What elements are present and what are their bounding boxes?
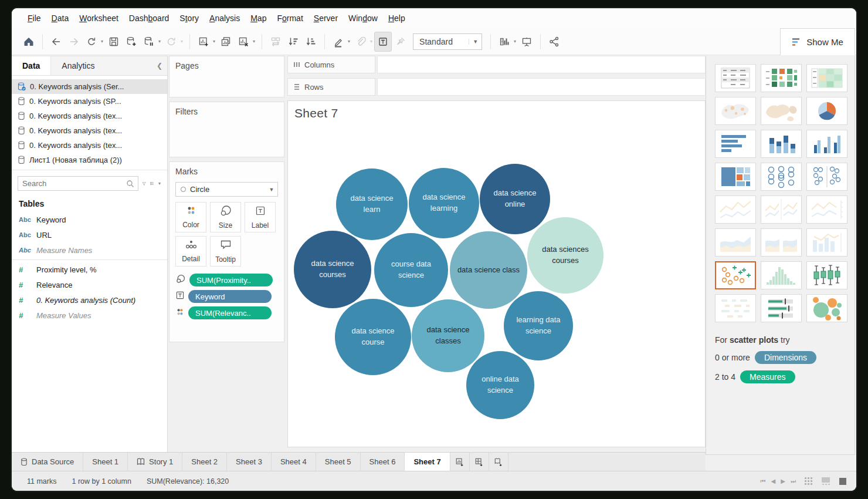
sort-ascending-button[interactable] (284, 32, 302, 52)
pause-data-updates-button[interactable] (140, 32, 158, 52)
next-icon[interactable]: ▶ (781, 478, 785, 485)
group-members-button[interactable] (352, 32, 369, 52)
show-me-scatter-plot-icon[interactable] (715, 261, 756, 289)
menu-item-story[interactable]: Story (174, 14, 204, 23)
menu-item-data[interactable]: Data (46, 14, 74, 23)
menu-item-worksheet[interactable]: Worksheet (74, 14, 124, 23)
show-me-side-by-side-circles-icon[interactable] (806, 163, 847, 191)
save-button[interactable] (105, 32, 123, 52)
bubble-mark[interactable]: data science online (480, 164, 550, 234)
label-button[interactable]: Label (245, 202, 276, 232)
field-pill[interactable]: SUM(Relevanc.. (188, 306, 272, 319)
tab-analytics[interactable]: Analytics (51, 56, 152, 75)
menu-item-format[interactable]: Format (272, 14, 308, 23)
clear-sheet-caret[interactable]: ▾ (253, 39, 255, 44)
data-source-item[interactable]: 0. Keywords analysis (tex... (12, 123, 167, 138)
cards-caret[interactable]: ▾ (514, 39, 516, 44)
field-pill[interactable]: Keyword (188, 290, 272, 303)
fit-selector[interactable]: Standard ▼ (413, 33, 482, 50)
field-item[interactable]: #Measure Values (12, 308, 167, 323)
search-box[interactable] (18, 176, 138, 191)
filters-card[interactable]: Filters (169, 102, 284, 157)
fix-axes-button[interactable] (392, 32, 409, 52)
tab-sheet-7[interactable]: Sheet 7 (405, 453, 450, 471)
highlight-button[interactable] (330, 32, 347, 52)
show-me-highlight-table-icon[interactable] (761, 64, 802, 92)
show-me-horizontal-bars-icon[interactable] (715, 130, 756, 158)
show-me-side-by-side-bars-icon[interactable] (806, 130, 847, 158)
undo-redo-caret[interactable]: ▾ (101, 39, 103, 44)
bubble-mark[interactable]: course data science (374, 233, 448, 307)
new-data-source-button[interactable] (123, 32, 140, 52)
collapse-pane-icon[interactable]: ❮ (152, 56, 167, 75)
back-button[interactable] (48, 32, 65, 52)
menu-item-dashboard[interactable]: Dashboard (124, 14, 175, 23)
mark-type-dropdown[interactable]: Circle ▼ (175, 182, 278, 197)
presentation-mode-button[interactable] (518, 32, 535, 52)
size-button[interactable]: Size (210, 202, 241, 232)
show-me-button[interactable]: Show Me (780, 28, 855, 55)
tab-data-source[interactable]: Data Source (12, 453, 83, 471)
menu-item-file[interactable]: File (22, 14, 46, 23)
menu-item-help[interactable]: Help (383, 14, 411, 23)
bubble-mark[interactable]: data science classes (412, 299, 484, 372)
menu-item-server[interactable]: Server (308, 14, 343, 23)
data-source-item[interactable]: 0. Keywords analysis (SP... (12, 94, 167, 109)
show-me-text-table-icon[interactable] (715, 64, 756, 92)
filmstrip-view-icon[interactable] (839, 477, 847, 485)
view-options-caret[interactable]: ▾ (158, 181, 161, 186)
last-icon[interactable]: ⏭ (791, 478, 796, 485)
bubble-mark[interactable]: online data science (466, 351, 534, 419)
detail-button[interactable]: Detail (175, 236, 206, 267)
data-source-item[interactable]: 0. Keywords analysis (Ser... (12, 79, 167, 94)
data-source-item[interactable]: Лист1 (Новая таблица (2)) (12, 153, 167, 167)
highlight-caret[interactable]: ▾ (348, 39, 350, 44)
tab-sheet-3[interactable]: Sheet 3 (227, 453, 272, 471)
new-worksheet-caret[interactable]: ▾ (213, 39, 215, 44)
previous-icon[interactable]: ◀ (771, 478, 776, 485)
data-source-item[interactable]: 0. Keywords analysis (tex... (12, 138, 167, 153)
tooltip-button[interactable]: Tooltip (210, 236, 241, 267)
new-dashboard-tab-button[interactable] (470, 453, 489, 471)
show-me-packed-bubbles-icon[interactable] (806, 294, 847, 322)
sort-descending-button[interactable] (302, 32, 320, 52)
new-worksheet-tab-button[interactable] (450, 453, 470, 471)
field-item[interactable]: AbcKeyword (12, 212, 167, 227)
tab-sheet-4[interactable]: Sheet 4 (272, 453, 316, 471)
bubble-mark[interactable]: learning data science (504, 291, 573, 360)
show-mark-labels-button[interactable] (374, 32, 392, 52)
search-input[interactable] (18, 179, 126, 188)
show-me-stacked-bars-icon[interactable] (761, 130, 802, 158)
color-button[interactable]: Color (175, 202, 206, 232)
tab-data[interactable]: Data (12, 56, 51, 75)
bubble-mark[interactable]: data sciences courses (527, 217, 603, 294)
new-story-tab-button[interactable] (489, 453, 508, 471)
tab-sheet-6[interactable]: Sheet 6 (361, 453, 405, 471)
show-hide-cards-button[interactable] (496, 32, 513, 52)
field-pill[interactable]: SUM(Proximity.. (189, 274, 273, 286)
grid-view-icon[interactable] (804, 477, 813, 485)
duplicate-sheet-button[interactable] (217, 32, 235, 52)
show-me-heat-map-table-icon[interactable] (806, 64, 847, 92)
view-options-icon[interactable] (150, 179, 154, 188)
menu-item-map[interactable]: Map (245, 14, 272, 23)
bubble-mark[interactable]: data science course (335, 299, 411, 375)
field-item[interactable]: #0. Keywords analysis (Count) (12, 292, 167, 308)
bubble-mark[interactable]: data science courses (294, 231, 371, 308)
tab-story-1[interactable]: Story 1 (128, 453, 182, 471)
tab-sheet-2[interactable]: Sheet 2 (182, 453, 227, 471)
bubble-mark[interactable]: data science class (450, 231, 527, 309)
home-button[interactable] (20, 32, 38, 52)
undo-redo-button[interactable] (83, 32, 100, 52)
show-me-histogram-icon[interactable] (761, 261, 802, 289)
fit-selector-caret[interactable]: ▼ (469, 39, 482, 45)
refresh-data-button[interactable] (162, 32, 180, 52)
show-me-treemap-icon[interactable] (715, 163, 756, 191)
first-icon[interactable]: ⏮ (761, 478, 766, 485)
pause-data-caret[interactable]: ▾ (158, 39, 161, 44)
new-worksheet-button[interactable] (195, 32, 212, 52)
show-me-circle-views-icon[interactable] (761, 163, 802, 191)
field-item[interactable]: #Proximity level, % (12, 262, 167, 277)
pages-card[interactable]: Pages (169, 56, 284, 97)
bubble-mark[interactable]: data science learn (336, 168, 408, 240)
